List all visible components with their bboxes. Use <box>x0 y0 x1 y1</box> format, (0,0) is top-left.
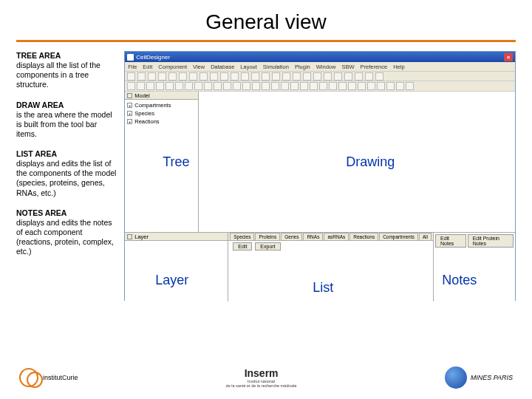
folder-icon <box>127 93 132 98</box>
menu-item[interactable]: Plugin <box>295 64 310 70</box>
list-tab[interactable]: asRNAs <box>324 233 349 240</box>
list-tab[interactable]: RNAs <box>303 233 323 240</box>
tool-button[interactable] <box>137 82 145 90</box>
curie-icon <box>19 368 38 387</box>
menu-item[interactable]: SBW <box>341 64 354 70</box>
overlay-list: List <box>313 280 333 296</box>
menu-item[interactable]: Window <box>316 64 336 70</box>
app-icon <box>127 54 134 61</box>
list-tab[interactable]: Genes <box>281 233 302 240</box>
tool-button[interactable] <box>290 82 299 90</box>
tool-button[interactable] <box>319 82 327 90</box>
tool-button[interactable] <box>386 82 395 90</box>
menu-item[interactable]: Simulation <box>263 64 289 70</box>
tool-button[interactable] <box>252 82 260 90</box>
menu-item[interactable]: Preference <box>361 64 388 70</box>
tool-button[interactable] <box>324 72 332 81</box>
tool-button[interactable] <box>262 82 270 90</box>
list-tab[interactable]: Proteins <box>255 233 280 240</box>
tool-button[interactable] <box>367 82 375 90</box>
tool-button[interactable] <box>348 82 356 90</box>
app-title: CellDesigner <box>136 54 170 61</box>
tool-button[interactable] <box>300 82 308 90</box>
tool-button[interactable] <box>231 72 239 81</box>
tool-button[interactable] <box>251 72 259 81</box>
edit-protein-notes-button[interactable]: Edit Protein Notes <box>468 234 514 248</box>
tool-button[interactable] <box>271 82 279 90</box>
tool-button[interactable] <box>137 72 146 81</box>
app-window: CellDesigner × File Edit Component View … <box>124 51 516 301</box>
tool-button[interactable] <box>293 72 301 81</box>
tree-tab[interactable]: Model <box>125 92 198 100</box>
tool-button[interactable] <box>233 82 241 90</box>
list-tab[interactable]: Reactions <box>349 233 378 240</box>
tree-item[interactable]: +Compartments <box>127 101 196 109</box>
menu-item[interactable]: File <box>128 64 137 70</box>
tool-button[interactable] <box>281 82 289 90</box>
tool-button[interactable] <box>210 72 218 81</box>
tool-button[interactable] <box>220 72 228 81</box>
export-button[interactable]: Export <box>255 242 280 250</box>
tool-button[interactable] <box>127 82 135 90</box>
edit-button[interactable]: Edit <box>233 242 252 250</box>
tool-button[interactable] <box>179 72 187 81</box>
tool-button[interactable] <box>313 72 321 81</box>
tool-button[interactable] <box>338 82 347 90</box>
menu-item[interactable]: View <box>193 64 205 70</box>
tool-button[interactable] <box>148 72 156 81</box>
expand-icon[interactable]: + <box>127 111 132 116</box>
tool-button[interactable] <box>204 82 212 90</box>
tool-button[interactable] <box>358 82 366 90</box>
menu-item[interactable]: Component <box>158 64 187 70</box>
menubar[interactable]: File Edit Component View Database Layout… <box>125 62 515 71</box>
layer-tab[interactable]: Layer <box>125 233 228 241</box>
close-icon[interactable]: × <box>504 53 513 61</box>
layer-pane: Layer <box>125 233 228 301</box>
tool-button[interactable] <box>189 72 197 81</box>
tool-button[interactable] <box>175 82 183 90</box>
tool-button[interactable] <box>396 82 404 90</box>
tool-button[interactable] <box>166 82 174 90</box>
tool-button[interactable] <box>310 82 318 90</box>
tool-button[interactable] <box>156 82 164 90</box>
menu-item[interactable]: Layout <box>240 64 257 70</box>
menu-item[interactable]: Database <box>211 64 234 70</box>
list-tab[interactable]: Species <box>230 233 254 240</box>
tool-button[interactable] <box>406 82 414 90</box>
tool-button[interactable] <box>375 72 383 81</box>
expand-icon[interactable]: + <box>127 119 132 124</box>
toolbar-row-2 <box>125 81 515 92</box>
tool-button[interactable] <box>272 72 280 81</box>
list-tab[interactable]: All <box>419 233 432 240</box>
tool-button[interactable] <box>242 82 250 90</box>
tool-button[interactable] <box>355 72 363 81</box>
tool-button[interactable] <box>344 72 352 81</box>
tool-button[interactable] <box>377 82 385 90</box>
tree-item[interactable]: +Reactions <box>127 117 196 126</box>
tool-button[interactable] <box>334 72 342 81</box>
inserm-big: Inserm <box>226 367 297 379</box>
tool-button[interactable] <box>158 72 166 81</box>
menu-item[interactable]: Help <box>393 64 404 70</box>
tool-button[interactable] <box>329 82 337 90</box>
tool-button[interactable] <box>185 82 193 90</box>
tool-button[interactable] <box>365 72 373 81</box>
tool-button[interactable] <box>200 72 208 81</box>
expand-icon[interactable]: + <box>127 103 132 108</box>
menu-item[interactable]: Edit <box>143 64 152 70</box>
tree-item[interactable]: +Species <box>127 109 196 117</box>
left-column: TREE AREA displays all the list of the c… <box>16 51 117 301</box>
tool-button[interactable] <box>223 82 231 90</box>
tool-button[interactable] <box>127 72 135 81</box>
tool-button[interactable] <box>194 82 202 90</box>
tool-button[interactable] <box>168 72 177 81</box>
titlebar[interactable]: CellDesigner × <box>125 52 515 62</box>
tool-button[interactable] <box>241 72 249 81</box>
edit-notes-button[interactable]: Edit Notes <box>435 234 466 248</box>
tool-button[interactable] <box>146 82 154 90</box>
list-tab[interactable]: Compartments <box>379 233 418 240</box>
tool-button[interactable] <box>214 82 222 90</box>
tool-button[interactable] <box>282 72 290 81</box>
tool-button[interactable] <box>262 72 270 81</box>
tool-button[interactable] <box>303 72 311 81</box>
